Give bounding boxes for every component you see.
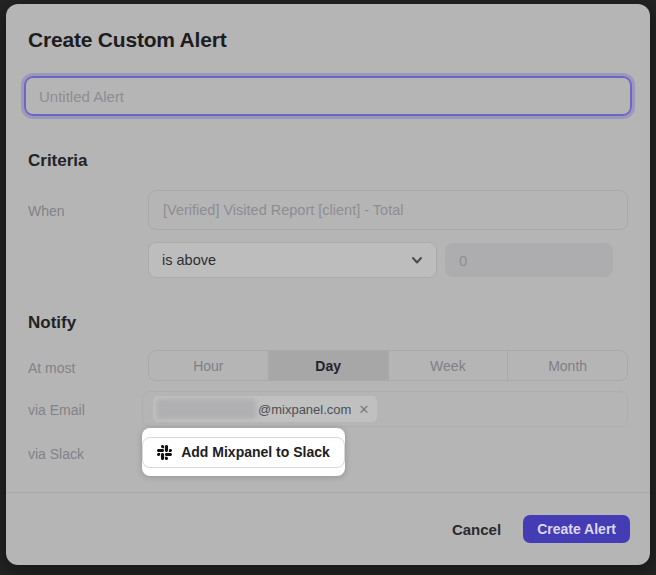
when-label: When bbox=[28, 203, 65, 219]
footer-divider bbox=[6, 492, 650, 493]
metric-input[interactable] bbox=[148, 190, 628, 230]
create-custom-alert-modal: Create Custom Alert Criteria When is abo… bbox=[6, 4, 650, 565]
frequency-option-day[interactable]: Day bbox=[268, 351, 388, 380]
frequency-option-week[interactable]: Week bbox=[388, 351, 508, 380]
frequency-option-month[interactable]: Month bbox=[507, 351, 627, 380]
email-recipients-field[interactable]: @mixpanel.com ✕ bbox=[142, 391, 628, 427]
criteria-heading: Criteria bbox=[28, 151, 88, 171]
email-chip: @mixpanel.com ✕ bbox=[153, 396, 377, 422]
threshold-input[interactable] bbox=[445, 243, 613, 277]
cancel-button[interactable]: Cancel bbox=[452, 521, 501, 538]
frequency-option-hour[interactable]: Hour bbox=[149, 351, 268, 380]
via-email-label: via Email bbox=[28, 402, 85, 418]
slack-button-spotlight: Add Mixpanel to Slack bbox=[142, 428, 345, 476]
alert-name-input[interactable] bbox=[24, 76, 632, 116]
email-domain-text: @mixpanel.com bbox=[258, 402, 351, 417]
add-mixpanel-to-slack-button[interactable]: Add Mixpanel to Slack bbox=[142, 437, 345, 468]
chevron-down-icon bbox=[411, 254, 423, 266]
condition-dropdown[interactable]: is above bbox=[148, 242, 437, 278]
slack-button-label: Add Mixpanel to Slack bbox=[181, 444, 330, 460]
frequency-segmented-control: Hour Day Week Month bbox=[148, 350, 628, 381]
page-title: Create Custom Alert bbox=[28, 28, 226, 52]
condition-value: is above bbox=[162, 252, 216, 268]
slack-logo-icon bbox=[157, 445, 172, 460]
close-icon[interactable]: ✕ bbox=[358, 403, 369, 416]
create-alert-button[interactable]: Create Alert bbox=[523, 515, 630, 543]
via-slack-label: via Slack bbox=[28, 446, 84, 462]
at-most-label: At most bbox=[28, 360, 75, 376]
redacted-email-username bbox=[156, 399, 256, 419]
notify-heading: Notify bbox=[28, 313, 76, 333]
footer: Cancel Create Alert bbox=[452, 511, 630, 547]
